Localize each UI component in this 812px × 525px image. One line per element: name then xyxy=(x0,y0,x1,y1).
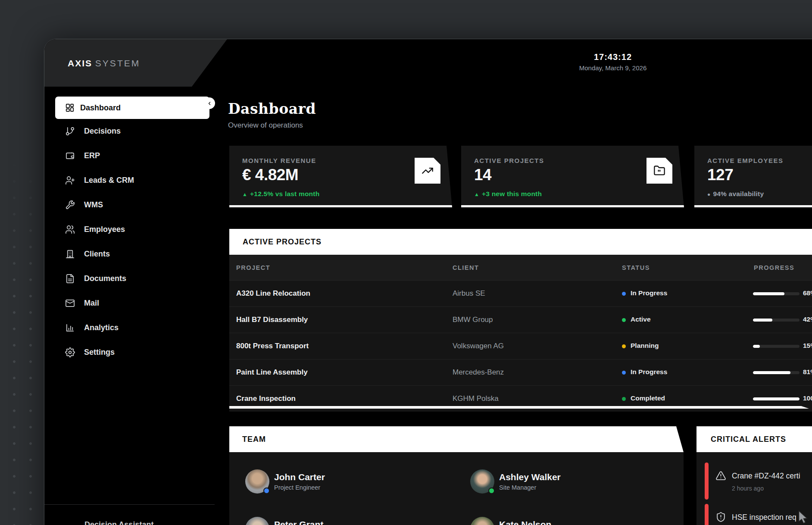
folder-icon xyxy=(653,165,665,177)
wrench-icon xyxy=(65,200,75,210)
sidebar-collapse-button[interactable] xyxy=(203,97,215,109)
table-column-headers: PROJECT CLIENT STATUS PROGRESS xyxy=(229,255,812,280)
sidebar-item-leads-crm[interactable]: Leads & CRM xyxy=(51,168,215,193)
app-logo: AXIS SYSTEM xyxy=(68,58,140,69)
sidebar-item-decisions[interactable]: Decisions xyxy=(51,119,215,144)
kpi-row: MONTHLY REVENUE € 4.82M ▲+12.5% vs last … xyxy=(229,146,812,207)
member-name: Ashley Walker xyxy=(499,472,561,482)
kpi-value: 14 xyxy=(474,166,491,184)
kpi-change: ●94% availability xyxy=(707,190,764,198)
team-member[interactable]: Kate Nelson xyxy=(470,517,651,525)
progress-bar xyxy=(753,397,800,400)
mail-icon xyxy=(65,298,75,308)
users-icon xyxy=(65,225,75,234)
progress-bar xyxy=(753,345,800,348)
status-dot xyxy=(622,318,626,322)
wallet-icon xyxy=(65,151,75,161)
clock-time: 17:43:12 xyxy=(579,52,646,62)
sidebar-item-wms[interactable]: WMS xyxy=(51,193,215,217)
sidebar-item-label: Decision Assistant xyxy=(84,520,153,525)
project-name: Crane Inspection xyxy=(236,394,296,403)
team-member[interactable]: Peter Grant xyxy=(245,517,426,525)
table-row[interactable]: A320 Line Relocation Airbus SE In Progre… xyxy=(229,280,812,306)
sidebar-item-mail[interactable]: Mail xyxy=(51,291,215,316)
kpi-card-monthly-revenue[interactable]: MONTHLY REVENUE € 4.82M ▲+12.5% vs last … xyxy=(229,146,452,207)
bullet-glyph: ● xyxy=(707,191,710,197)
member-name: Peter Grant xyxy=(274,519,323,525)
sidebar-item-label: Mail xyxy=(84,299,99,308)
critical-alerts-section: Crane #DZ-442 certi 2 hours ago HSE insp… xyxy=(696,452,812,525)
critical-alerts-header: CRITICAL ALERTS xyxy=(696,426,812,452)
table-row[interactable]: Paint Line Assembly Mercedes-Benz In Pro… xyxy=(229,359,812,385)
status-label: In Progress xyxy=(631,289,667,297)
project-name: Hall B7 Disassembly xyxy=(236,316,308,324)
kpi-label: MONTHLY REVENUE xyxy=(242,157,316,164)
status-label: Planning xyxy=(631,342,659,350)
progress-value: 68% xyxy=(803,289,812,297)
sidebar-item-erp[interactable]: ERP xyxy=(51,144,215,168)
client-name: KGHM Polska xyxy=(453,394,499,403)
status-dot xyxy=(622,344,626,348)
active-projects-section: ACTIVE PROJECTS PROJECT CLIENT STATUS PR… xyxy=(229,229,812,412)
table-row[interactable]: Hall B7 Disassembly BMW Group Active 42% xyxy=(229,306,812,333)
kpi-label: ACTIVE PROJECTS xyxy=(474,157,544,164)
sidebar-item-employees[interactable]: Employees xyxy=(51,217,215,242)
client-name: Volkswagen AG xyxy=(453,342,504,350)
screen: { "logo": { "bold": "AXIS", "light": "SY… xyxy=(0,0,812,525)
project-name: 800t Press Transport xyxy=(236,342,309,350)
team-member[interactable]: John Carter Project Engineer xyxy=(245,469,426,500)
sidebar-item-settings[interactable]: Settings xyxy=(51,340,215,365)
project-name: Paint Line Assembly xyxy=(236,368,308,377)
kpi-value: 127 xyxy=(707,166,733,184)
member-role: Site Manager xyxy=(499,484,536,491)
presence-dot xyxy=(488,487,495,494)
trend-up-glyph: ▲ xyxy=(242,191,247,197)
team-section: John Carter Project Engineer Ashley Walk… xyxy=(229,452,684,525)
member-name: Kate Nelson xyxy=(499,519,551,525)
sidebar-item-clients[interactable]: Clients xyxy=(51,242,215,266)
sidebar-header: AXIS SYSTEM xyxy=(44,39,227,87)
sidebar-item-analytics[interactable]: Analytics xyxy=(51,316,215,340)
sidebar-item-decision-assistant[interactable]: Decision Assistant xyxy=(51,512,215,525)
progress-bar xyxy=(753,292,800,295)
presence-dot xyxy=(263,487,270,494)
trending-up-icon xyxy=(422,165,434,177)
avatar xyxy=(245,469,269,494)
alert-time: 2 hours ago xyxy=(732,485,764,492)
progress-value: 42% xyxy=(803,316,812,323)
triangle-alert-icon xyxy=(715,470,726,481)
sidebar-item-label: Decisions xyxy=(84,127,121,136)
avatar xyxy=(470,517,494,525)
file-text-icon xyxy=(65,274,75,284)
kpi-card-active-employees[interactable]: ACTIVE EMPLOYEES 127 ●94% availability xyxy=(694,146,812,207)
progress-bar xyxy=(753,371,800,374)
sidebar-item-label: Clients xyxy=(84,250,110,259)
progress-value: 81% xyxy=(803,368,812,376)
dashboard-grid-icon xyxy=(65,103,75,112)
git-branch-icon xyxy=(65,126,75,136)
sidebar-item-label: Settings xyxy=(84,348,115,357)
sidebar-item-documents[interactable]: Documents xyxy=(51,266,215,291)
trend-up-glyph: ▲ xyxy=(474,191,479,197)
project-name: A320 Line Relocation xyxy=(236,289,310,298)
alert-accent-bar xyxy=(705,462,709,500)
col-client: CLIENT xyxy=(453,264,479,271)
progress-value: 15% xyxy=(803,342,812,350)
kpi-card-active-projects[interactable]: ACTIVE PROJECTS 14 ▲+3 new this month xyxy=(461,146,684,207)
gear-icon xyxy=(65,347,75,357)
active-projects-header: ACTIVE PROJECTS xyxy=(229,229,812,255)
status-dot xyxy=(622,397,626,401)
status-label: Active xyxy=(631,316,651,323)
team-member[interactable]: Ashley Walker Site Manager xyxy=(470,469,651,500)
kpi-value: € 4.82M xyxy=(242,166,298,184)
table-row[interactable]: 800t Press Transport Volkswagen AG Plann… xyxy=(229,333,812,359)
page-title: Dashboard xyxy=(228,100,316,117)
sidebar-item-label: Documents xyxy=(84,274,126,283)
app-window: AXIS SYSTEM 17:43:12 Monday, March 9, 20… xyxy=(44,39,812,525)
alert-title: Crane #DZ-442 certi xyxy=(732,472,800,481)
status-label: Completed xyxy=(631,394,665,402)
table-bottom-accent xyxy=(229,406,809,409)
sidebar-item-label: ERP xyxy=(84,151,100,160)
sidebar-item-dashboard[interactable]: Dashboard xyxy=(55,97,209,119)
kpi-label: ACTIVE EMPLOYEES xyxy=(707,157,784,164)
